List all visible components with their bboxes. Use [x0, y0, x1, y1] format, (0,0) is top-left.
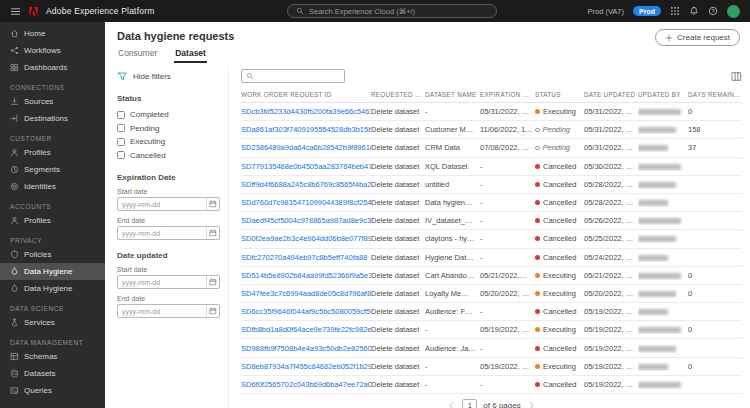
sidebar-item-label: Data Hygiene [24, 284, 72, 293]
work-order-id-link[interactable]: SD2386489a9da64ca6b28542b9f8961e4b [241, 143, 371, 152]
days-remaining-cell: 0 [688, 362, 742, 371]
work-order-id-link[interactable]: SD8eb87934a7f455c84682eb052f1b29d1 [241, 362, 371, 371]
date-updated-start-date-input[interactable]: yyyy-mm-dd [117, 275, 220, 289]
work-order-id-link[interactable]: SDaedf45cf5004c978865a987ad8e9c30 [241, 216, 371, 225]
tab-dataset[interactable]: Dataset [174, 48, 207, 63]
notifications-bell-icon[interactable] [689, 6, 699, 16]
prev-page-icon[interactable] [447, 401, 456, 408]
date-updated-cell: 05/19/2022, … [584, 362, 638, 371]
sidebar-item-label: Profiles [24, 216, 51, 225]
status-label: Cancelled [543, 216, 576, 225]
column-settings-icon[interactable] [731, 71, 742, 82]
work-order-id-link[interactable]: SDd760d7c9835471099044389f8cf254c4 [241, 198, 371, 207]
app-window: Adobe Experience Platform Search Experie… [0, 0, 750, 408]
redacted-text [638, 382, 681, 388]
requested-cell: Delete dataset [371, 143, 425, 152]
column-header-status[interactable]: STATUS [535, 91, 584, 98]
calendar-icon[interactable] [206, 227, 219, 239]
apps-grid-icon[interactable] [670, 6, 680, 16]
checkbox-icon [117, 124, 125, 132]
column-header-work-order-request-id[interactable]: WORK ORDER REQUEST ID [241, 91, 371, 98]
sidebar-item-label: Identities [24, 182, 56, 191]
content: Hide filters Status CompletedPendingExec… [105, 63, 750, 408]
global-search-input[interactable]: Search Experience Cloud (⌘+/) [287, 4, 497, 18]
sidebar-item-data-hygiene[interactable]: Data Hygiene [0, 280, 105, 297]
environment-badge[interactable]: Prod [633, 6, 661, 16]
column-header-requested[interactable]: REQUESTED … [371, 91, 425, 98]
sidebar-item-workflows[interactable]: Workflows [0, 42, 105, 59]
work-order-id-link[interactable]: SD779135468e0b4505aa283784beb47e95 [241, 162, 371, 171]
date-placeholder: yyyy-mm-dd [118, 201, 160, 208]
filter-checkbox-completed[interactable]: Completed [117, 108, 220, 122]
sidebar-item-datasets[interactable]: Datasets [0, 365, 105, 382]
work-order-id-link[interactable]: SD514b5e8902b84aa99fd52366f9a5e3440 [241, 271, 371, 280]
calendar-icon[interactable] [206, 276, 219, 288]
column-header-days-remain[interactable]: DAYS REMAIN… [688, 91, 742, 98]
tab-consumer[interactable]: Consumer [117, 48, 158, 63]
date-updated-cell: 05/19/2022, … [584, 325, 638, 334]
work-order-id-link[interactable]: SDfb8bd1a8d0f64ace9e739fe22fc982e9 [241, 325, 371, 334]
column-header-updated-by[interactable]: UPDATED BY [638, 91, 688, 98]
sidebar-item-data-hygiene[interactable]: Data Hygiene [0, 263, 105, 280]
expiration-cell: - [480, 380, 535, 389]
page-number-input[interactable]: 1 [462, 399, 477, 408]
updated-by-cell [638, 380, 688, 389]
sidebar-item-schemas[interactable]: Schemas [0, 348, 105, 365]
calendar-icon[interactable] [206, 198, 219, 210]
expiration-date-end-date-input[interactable]: yyyy-mm-dd [117, 226, 220, 240]
column-header-date-updated[interactable]: DATE UPDATED [584, 91, 638, 98]
filter-checkbox-cancelled[interactable]: Cancelled [117, 149, 220, 163]
help-icon[interactable]: ? [708, 6, 718, 16]
date-filter-groups: Expiration DateStart dateyyyy-mm-ddEnd d… [117, 173, 220, 318]
work-order-id-link[interactable]: SD6cc35f9646f044af9c5bc5080059cf5f [241, 307, 371, 316]
work-order-id-link[interactable]: SD0f2ea9ae2b3c4e964dd06b8e077f896 [241, 234, 371, 243]
hide-filters-toggle[interactable]: Hide filters [117, 69, 220, 83]
work-order-id-link[interactable]: SDcb3fd5233d4430fb200fa39e66c5463 [241, 107, 371, 116]
date-updated-end-date-input[interactable]: yyyy-mm-dd [117, 304, 220, 318]
work-order-id-link[interactable]: SDfc270270a494eb97c8b5eff740fa88 [241, 253, 371, 262]
work-order-id-link[interactable]: SDa861af303f7409195554528db3b15b0 [241, 125, 371, 134]
updated-by-cell [638, 180, 688, 189]
filter-checkbox-pending[interactable]: Pending [117, 122, 220, 136]
table-row: SDd760d7c9835471099044389f8cf254c4Delete… [241, 194, 742, 212]
sidebar-item-sources[interactable]: Sources [0, 93, 105, 110]
create-request-button[interactable]: Create request [655, 29, 740, 46]
sidebar-item-destinations[interactable]: Destinations [0, 110, 105, 127]
work-order-id-link[interactable]: SD6f0f2565702c043b69d6ba47ee72a0309 [241, 380, 371, 389]
sidebar-item-identities[interactable]: Identities [0, 178, 105, 195]
sidebar-item-home[interactable]: Home [0, 25, 105, 42]
status-dot-icon [535, 182, 540, 187]
table-row: SD8eb87934a7f455c84682eb052f1b29d1Delete… [241, 358, 742, 376]
status-cell: Pending [535, 125, 584, 134]
next-page-icon[interactable] [527, 401, 536, 408]
menu-icon[interactable] [10, 6, 21, 17]
filter-checkbox-executing[interactable]: Executing [117, 135, 220, 149]
date-updated-cell: 05/19/2022, … [584, 307, 638, 316]
sidebar-item-services[interactable]: Services [0, 314, 105, 331]
table-row: SDfc270270a494eb97c8b5eff740fa88Delete d… [241, 249, 742, 267]
sidebar-item-dashboards[interactable]: Dashboards [0, 59, 105, 76]
sidebar-section-connections: CONNECTIONS [0, 76, 105, 93]
checkbox-icon [117, 138, 125, 146]
user-avatar[interactable] [727, 5, 740, 18]
work-order-id-link[interactable]: SD988fb9f7508b4e4a93c50db2e82560dd [241, 344, 371, 353]
table-search-input[interactable] [241, 69, 345, 83]
sidebar-item-segments[interactable]: Segments [0, 161, 105, 178]
column-header-dataset-name[interactable]: DATASET NAME [425, 91, 480, 98]
table-row: SD779135468e0b4505aa283784beb47e95Delete… [241, 158, 742, 176]
column-header-expiration[interactable]: EXPIRATION … [480, 91, 535, 98]
redacted-text [638, 327, 681, 333]
days-remaining-cell: 0 [688, 289, 742, 298]
calendar-icon[interactable] [206, 305, 219, 317]
sidebar-item-profiles[interactable]: Profiles [0, 212, 105, 229]
expiration-date-start-date-input[interactable]: yyyy-mm-dd [117, 197, 220, 211]
sidebar-item-policies[interactable]: Policies [0, 246, 105, 263]
table-body: SDcb3fd5233d4430fb200fa39e66c5463Delete … [241, 103, 742, 394]
expiration-cell: 05/21/2022,… [480, 271, 535, 280]
redacted-text [638, 291, 676, 297]
work-order-id-link[interactable]: SDff9d4f6688a245c8b6769c8565f4ba2d [241, 180, 371, 189]
dashboards-icon [10, 63, 19, 72]
sidebar-item-profiles[interactable]: Profiles [0, 144, 105, 161]
work-order-id-link[interactable]: SD47fee3c7c6994aad8de05c8d796af874 [241, 289, 371, 298]
sidebar-item-queries[interactable]: Queries [0, 382, 105, 399]
